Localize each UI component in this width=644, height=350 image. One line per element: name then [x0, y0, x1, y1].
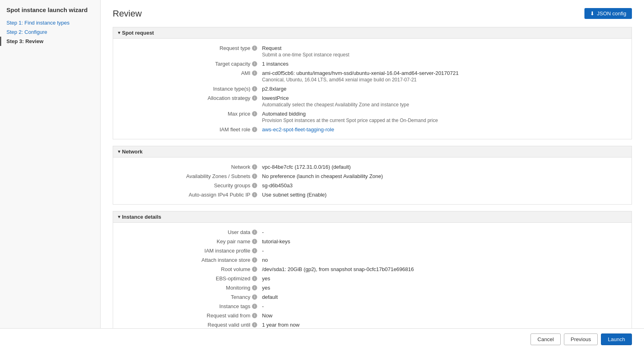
chevron-icon: ▾ [118, 214, 120, 220]
label-request-type: Request type i [113, 45, 262, 58]
spot-request-section-content: Request type i Request Submit a one-time… [113, 39, 632, 139]
row-request-valid-from: Request valid from i Now [113, 311, 632, 320]
network-section-content: Network i vpc-84be7cfc (172.31.0.0/16) (… [113, 157, 632, 205]
row-root-volume: Root volume i /dev/sda1: 20GiB (gp2), fr… [113, 265, 632, 274]
row-iam-instance-profile: IAM instance profile i - [113, 246, 632, 255]
info-icon[interactable]: i [252, 267, 257, 272]
app-container: Spot instance launch wizard Step 1: Find… [0, 0, 644, 350]
cancel-button[interactable]: Cancel [530, 333, 560, 345]
page-header: Review ⬇ JSON config [113, 8, 632, 19]
value-az-subnets: No preference (launch in cheapest Availa… [262, 173, 632, 179]
launch-button[interactable]: Launch [601, 333, 632, 345]
value-user-data: - [262, 229, 632, 235]
value-security-groups: sg-d6b450a3 [262, 182, 632, 188]
row-user-data: User data i - [113, 228, 632, 237]
network-section-title: Network [122, 149, 142, 155]
row-request-type: Request type i Request Submit a one-time… [113, 43, 632, 59]
sidebar: Spot instance launch wizard Step 1: Find… [0, 0, 101, 350]
row-target-capacity: Target capacity i 1 instances [113, 59, 632, 68]
value-network: vpc-84be7cfc (172.31.0.0/16) (default) [262, 164, 632, 170]
value-instance-types: p2.8xlarge [262, 86, 632, 92]
row-az-subnets: Availability Zones / Subnets i No prefer… [113, 172, 632, 181]
value-request-type: Request Submit a one-time Spot instance … [262, 45, 632, 58]
info-icon[interactable]: i [252, 257, 257, 263]
label-ebs-optimized: EBS-optimized i [113, 275, 262, 282]
info-icon[interactable]: i [252, 127, 257, 132]
row-ami: AMI i ami-cd0f5cb6: ubuntu/images/hvm-ss… [113, 68, 632, 84]
spot-request-section-title: Spot request [122, 30, 154, 36]
info-icon[interactable]: i [252, 248, 257, 253]
row-security-groups: Security groups i sg-d6b450a3 [113, 181, 632, 190]
info-icon[interactable]: i [252, 70, 257, 76]
info-icon[interactable]: i [252, 322, 257, 327]
info-icon[interactable]: i [252, 239, 257, 244]
sidebar-item-step1[interactable]: Step 1: Find instance types [0, 18, 100, 27]
value-request-valid-from: Now [262, 313, 632, 319]
row-key-pair: Key pair name i tutorial-keys [113, 237, 632, 246]
sidebar-title: Spot instance launch wizard [0, 6, 100, 18]
main-content-inner: Review ⬇ JSON config ▾ Spot request Requ… [113, 8, 632, 350]
sidebar-item-step3[interactable]: Step 3: Review [0, 37, 100, 46]
info-icon[interactable]: i [252, 285, 257, 290]
label-allocation-strategy: Allocation strategy i [113, 95, 262, 108]
value-tenancy: default [262, 294, 632, 300]
label-monitoring: Monitoring i [113, 285, 262, 291]
label-auto-assign-ip: Auto-assign IPv4 Public IP i [113, 192, 262, 198]
label-iam-instance-profile: IAM instance profile i [113, 248, 262, 254]
info-icon[interactable]: i [252, 183, 257, 188]
iam-fleet-role-link[interactable]: aws-ec2-spot-fleet-tagging-role [262, 126, 334, 133]
label-iam-fleet-role: IAM fleet role i [113, 126, 262, 133]
instance-details-section-title: Instance details [122, 214, 161, 220]
instance-details-section-content: User data i - Key pair name i tutorial-k… [113, 223, 632, 344]
label-target-capacity: Target capacity i [113, 61, 262, 67]
label-user-data: User data i [113, 229, 262, 235]
value-target-capacity: 1 instances [262, 61, 632, 67]
row-ebs-optimized: EBS-optimized i yes [113, 274, 632, 283]
footer-bar: Cancel Previous Launch [0, 328, 644, 350]
value-monitoring: yes [262, 285, 632, 291]
label-network: Network i [113, 164, 262, 170]
row-allocation-strategy: Allocation strategy i lowestPrice Automa… [113, 93, 632, 109]
value-auto-assign-ip: Use subnet setting (Enable) [262, 192, 632, 198]
sidebar-item-step2[interactable]: Step 2: Configure [0, 27, 100, 37]
chevron-icon: ▾ [118, 149, 120, 154]
chevron-icon: ▾ [118, 30, 120, 35]
main-content: Review ⬇ JSON config ▾ Spot request Requ… [101, 0, 644, 350]
row-instance-types: Instance type(s) i p2.8xlarge [113, 84, 632, 93]
row-iam-fleet-role: IAM fleet role i aws-ec2-spot-fleet-tagg… [113, 125, 632, 134]
label-instance-types: Instance type(s) i [113, 86, 262, 92]
previous-button[interactable]: Previous [564, 333, 598, 345]
row-monitoring: Monitoring i yes [113, 283, 632, 292]
row-attach-instance-store: Attach instance store i no [113, 255, 632, 265]
spot-request-section-header[interactable]: ▾ Spot request [113, 27, 632, 39]
info-icon[interactable]: i [252, 174, 257, 179]
json-config-button[interactable]: ⬇ JSON config [584, 8, 632, 19]
info-icon[interactable]: i [252, 192, 257, 197]
label-az-subnets: Availability Zones / Subnets i [113, 173, 262, 179]
row-instance-tags: Instance tags i - [113, 302, 632, 311]
info-icon[interactable]: i [252, 276, 257, 281]
value-root-volume: /dev/sda1: 20GiB (gp2), from snapshot sn… [262, 266, 632, 272]
value-iam-instance-profile: - [262, 248, 632, 254]
info-icon[interactable]: i [252, 294, 257, 300]
value-instance-tags: - [262, 303, 632, 309]
row-auto-assign-ip: Auto-assign IPv4 Public IP i Use subnet … [113, 190, 632, 199]
info-icon[interactable]: i [252, 230, 257, 235]
info-icon[interactable]: i [252, 46, 257, 51]
value-max-price: Automated bidding Provision Spot instanc… [262, 111, 632, 123]
info-icon[interactable]: i [252, 304, 257, 309]
label-attach-instance-store: Attach instance store i [113, 257, 262, 263]
value-request-valid-until: 1 year from now [262, 322, 632, 328]
info-icon[interactable]: i [252, 111, 257, 116]
label-ami: AMI i [113, 70, 262, 83]
info-icon[interactable]: i [252, 86, 257, 91]
label-security-groups: Security groups i [113, 182, 262, 188]
info-icon[interactable]: i [252, 95, 257, 101]
network-section-header[interactable]: ▾ Network [113, 146, 632, 157]
info-icon[interactable]: i [252, 313, 257, 318]
label-root-volume: Root volume i [113, 266, 262, 272]
value-key-pair: tutorial-keys [262, 238, 632, 244]
info-icon[interactable]: i [252, 61, 257, 66]
info-icon[interactable]: i [252, 164, 257, 170]
instance-details-section-header[interactable]: ▾ Instance details [113, 211, 632, 223]
